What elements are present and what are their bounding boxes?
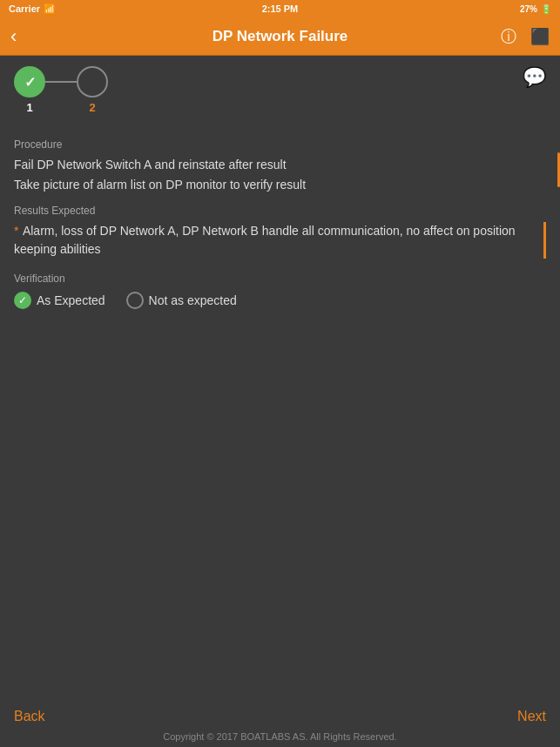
copyright-text: Copyright © 2017 BOATLABS AS. All Rights… bbox=[163, 731, 396, 742]
radio-as-expected-label: As Expected bbox=[37, 293, 105, 307]
share-icon[interactable]: ⬛ bbox=[530, 27, 550, 46]
main-content: Procedure Fail DP Network Switch A and r… bbox=[0, 118, 560, 309]
battery-icon: 🔋 bbox=[541, 4, 551, 14]
status-right: 27% 🔋 bbox=[520, 4, 551, 14]
step-2-number: 2 bbox=[77, 101, 108, 114]
help-icon[interactable]: ⓘ bbox=[501, 26, 516, 47]
verification-label: Verification bbox=[14, 273, 546, 285]
radio-as-expected[interactable]: ✓ As Expected bbox=[14, 292, 105, 309]
results-expected-label: Results Expected bbox=[14, 205, 546, 217]
radio-as-expected-check: ✓ bbox=[18, 294, 27, 306]
back-button[interactable]: Back bbox=[14, 709, 45, 724]
status-time: 2:15 PM bbox=[262, 3, 299, 14]
results-text: Alarm, loss of DP Network A, DP Network … bbox=[14, 224, 516, 256]
radio-group: ✓ As Expected Not as expected bbox=[14, 292, 546, 309]
step-connector bbox=[45, 81, 77, 83]
steps-row: ✓ bbox=[14, 66, 546, 98]
battery-percent: 27% bbox=[520, 4, 537, 14]
procedure-line-1: Fail DP Network Switch A and reinstate a… bbox=[14, 156, 546, 174]
radio-as-expected-circle: ✓ bbox=[14, 292, 31, 309]
status-bar: Carrier 📶 2:15 PM 27% 🔋 bbox=[0, 0, 560, 17]
page-title: DP Network Failure bbox=[213, 28, 348, 45]
status-left: Carrier 📶 bbox=[9, 3, 56, 15]
procedure-section-label: Procedure bbox=[14, 138, 546, 151]
navbar: ‹ DP Network Failure ⓘ ⬛ bbox=[0, 17, 560, 56]
bottom-bar: Back Next bbox=[0, 709, 560, 724]
steps-container: ✓ 1 2 bbox=[0, 56, 560, 118]
navbar-left: ‹ bbox=[10, 27, 17, 46]
results-text-container: * Alarm, loss of DP Network A, DP Networ… bbox=[14, 222, 546, 259]
step-1-checkmark: ✓ bbox=[24, 74, 36, 91]
navbar-right: ⓘ ⬛ bbox=[501, 26, 550, 47]
chat-icon[interactable]: 💬 bbox=[523, 66, 546, 88]
radio-not-as-expected[interactable]: Not as expected bbox=[126, 292, 237, 309]
procedure-line-2: Take picture of alarm list on DP monitor… bbox=[14, 176, 546, 194]
step-1-circle[interactable]: ✓ bbox=[14, 66, 45, 98]
step-labels: 1 2 bbox=[14, 98, 546, 114]
footer: Copyright © 2017 BOATLABS AS. All Rights… bbox=[0, 731, 560, 742]
radio-not-as-expected-circle bbox=[126, 292, 144, 309]
results-asterisk: * bbox=[14, 224, 18, 238]
wifi-icon: 📶 bbox=[44, 3, 56, 15]
radio-not-as-expected-label: Not as expected bbox=[149, 293, 237, 307]
next-button[interactable]: Next bbox=[517, 709, 546, 724]
carrier-label: Carrier bbox=[9, 3, 40, 14]
step-2-circle[interactable] bbox=[77, 66, 108, 98]
back-arrow-icon[interactable]: ‹ bbox=[10, 27, 17, 46]
step-1-number: 1 bbox=[14, 101, 45, 114]
chat-icon-container[interactable]: 💬 bbox=[523, 66, 546, 89]
verification-section: Verification ✓ As Expected Not as expect… bbox=[14, 273, 546, 309]
